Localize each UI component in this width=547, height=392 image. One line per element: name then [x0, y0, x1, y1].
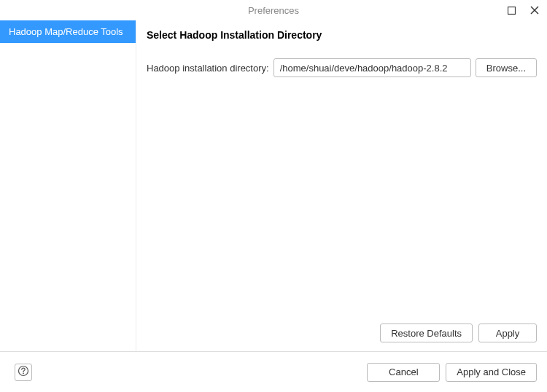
svg-point-4 [23, 373, 24, 375]
maximize-icon[interactable] [506, 5, 516, 15]
main-area: Hadoop Map/Reduce Tools Select Hadoop In… [0, 20, 547, 351]
content-panel: Select Hadoop Installation Directory Had… [136, 20, 547, 351]
apply-button[interactable]: Apply [478, 324, 537, 342]
browse-button[interactable]: Browse... [476, 58, 537, 77]
page-heading: Select Hadoop Installation Directory [147, 29, 537, 41]
titlebar-controls [506, 0, 540, 20]
footer: Cancel Apply and Close [0, 351, 547, 392]
cancel-button[interactable]: Cancel [367, 363, 440, 382]
restore-defaults-button[interactable]: Restore Defaults [380, 324, 473, 342]
sidebar: Hadoop Map/Reduce Tools [0, 20, 136, 351]
install-dir-label: Hadoop installation directory: [147, 63, 269, 74]
help-icon [18, 365, 29, 379]
sidebar-item-label: Hadoop Map/Reduce Tools [9, 26, 123, 37]
window-title: Preferences [248, 5, 299, 16]
page-buttons: Restore Defaults Apply [147, 319, 537, 351]
content-spacer [147, 77, 537, 319]
install-dir-row: Hadoop installation directory: Browse... [147, 58, 537, 77]
apply-and-close-button[interactable]: Apply and Close [446, 363, 537, 382]
svg-rect-0 [508, 7, 515, 14]
footer-buttons: Cancel Apply and Close [367, 363, 537, 382]
titlebar: Preferences [0, 0, 547, 20]
close-icon[interactable] [529, 5, 540, 15]
install-dir-input[interactable] [274, 58, 471, 77]
help-button[interactable] [15, 364, 32, 381]
sidebar-item-hadoop-mapreduce-tools[interactable]: Hadoop Map/Reduce Tools [0, 20, 136, 43]
